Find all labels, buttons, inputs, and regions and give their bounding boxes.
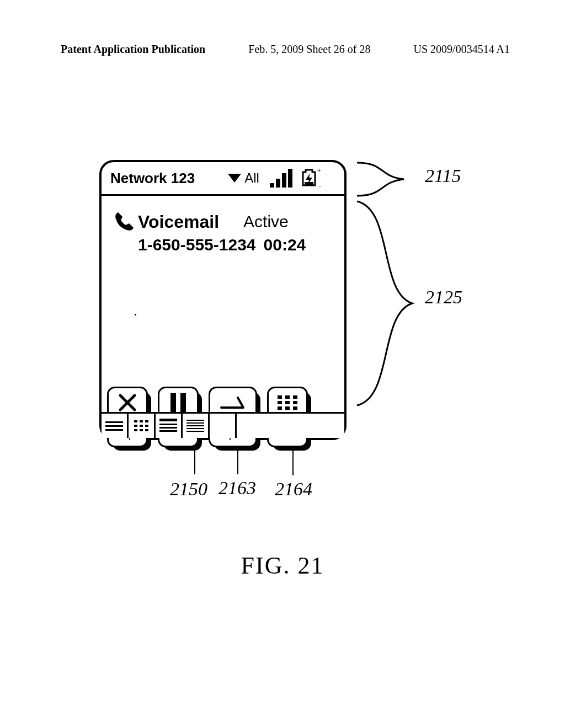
ref-2164: 2164 (275, 479, 312, 500)
phone-screen: Network 123 All + - Voicemai (99, 160, 347, 440)
header-right: US 2009/0034514 A1 (414, 43, 510, 56)
cancel-speaker-icon (210, 392, 255, 414)
call-title: Voicemail (138, 212, 219, 232)
list-icon (105, 419, 123, 433)
stray-mark (135, 314, 136, 315)
ref-2125: 2125 (425, 287, 462, 308)
status-bar: Network 123 All + - (102, 162, 344, 196)
network-name: Network 123 (110, 170, 195, 187)
figure-label: FIG. 21 (0, 552, 565, 580)
call-area: Voicemail Active 1-650-555-1234 00:24 Ha… (102, 210, 344, 254)
phone-icon (214, 417, 231, 434)
tab-4[interactable] (183, 414, 210, 438)
tab-1[interactable] (102, 414, 129, 438)
page-header: Patent Application Publication Feb. 5, 2… (0, 43, 565, 56)
ref-2150: 2150 (170, 479, 207, 500)
tab-2[interactable] (129, 414, 156, 438)
tab-phone-active[interactable] (210, 414, 237, 438)
tab-spacer (237, 414, 344, 438)
pause-icon (159, 392, 197, 414)
bottom-tab-bar (102, 412, 344, 438)
close-icon (109, 392, 146, 414)
keypad-icon (269, 392, 306, 414)
card-icon (159, 419, 177, 433)
ref-2115: 2115 (425, 165, 461, 186)
dropdown-triangle-icon[interactable] (228, 174, 241, 183)
tab-3[interactable] (156, 414, 183, 438)
brace-statusbar (354, 160, 415, 199)
call-status: Active (243, 212, 289, 231)
call-duration: 00:24 (264, 235, 306, 254)
call-number: 1-650-555-1234 (138, 235, 256, 254)
dropdown-label[interactable]: All (244, 170, 259, 186)
grid-icon (134, 420, 148, 431)
header-center: Feb. 5, 2009 Sheet 26 of 28 (248, 43, 370, 56)
ref-2163: 2163 (218, 478, 256, 499)
battery-icon: + - (298, 169, 320, 188)
svg-rect-0 (305, 182, 313, 185)
signal-icon (268, 169, 292, 188)
header-left: Patent Application Publication (61, 43, 205, 56)
brace-body (354, 199, 420, 408)
phone-icon (113, 210, 136, 233)
lines-icon (186, 418, 204, 433)
